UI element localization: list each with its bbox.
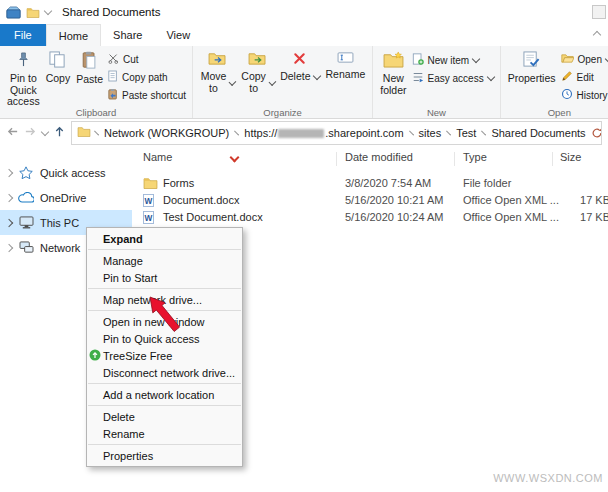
address-breadcrumb-box[interactable]: Network (WORKGROUP) https://.sharepoint.…: [71, 121, 602, 145]
history-icon: [561, 88, 573, 102]
group-label-clipboard: Clipboard: [0, 107, 192, 118]
menu-item-delete[interactable]: Delete: [87, 408, 242, 425]
forward-icon[interactable]: [24, 125, 37, 140]
sidebar-label: OneDrive: [40, 192, 86, 204]
breadcrumb-item-sites[interactable]: sites: [417, 127, 444, 139]
qat-dropdown-icon[interactable]: [44, 7, 52, 15]
word-document-icon: W: [143, 211, 154, 226]
group-label-new: New: [373, 107, 499, 118]
menu-item-properties[interactable]: Properties: [87, 447, 242, 464]
menu-item-manage[interactable]: Manage: [87, 252, 242, 269]
copy-to-button[interactable]: Copy to: [238, 48, 278, 97]
expand-chevron-icon[interactable]: [5, 243, 13, 251]
column-header-size[interactable]: Size: [560, 151, 581, 163]
recent-locations-icon[interactable]: [41, 127, 49, 135]
column-separator[interactable]: [454, 152, 455, 166]
ribbon-group-organize: Move to Copy to Delete Rename Orga: [193, 46, 373, 118]
rename-label: Rename: [326, 69, 366, 81]
rename-icon: [337, 51, 354, 67]
menu-separator: [88, 444, 241, 445]
menu-item-map-network-drive[interactable]: Map network drive...: [87, 291, 242, 308]
menu-item-add-network-location[interactable]: Add a network location: [87, 386, 242, 403]
history-button[interactable]: History: [559, 88, 608, 102]
breadcrumb-item-shared-documents[interactable]: Shared Documents: [489, 127, 587, 139]
expand-chevron-icon[interactable]: [5, 168, 13, 176]
folder-icon: [143, 177, 158, 191]
copy-path-button[interactable]: Copy path: [106, 70, 188, 84]
column-header-type[interactable]: Type: [463, 151, 487, 163]
tab-view[interactable]: View: [154, 24, 202, 46]
tab-home[interactable]: Home: [46, 24, 101, 46]
delete-label: Delete: [280, 71, 310, 83]
paste-button[interactable]: Paste: [73, 48, 106, 89]
onedrive-cloud-icon: [18, 192, 34, 203]
breadcrumb-item-network[interactable]: Network (WORKGROUP): [102, 127, 231, 139]
breadcrumb-item-test[interactable]: Test: [454, 127, 478, 139]
pin-to-quick-access-button[interactable]: Pin to Quick access: [4, 48, 43, 111]
file-name: Forms: [163, 177, 194, 189]
menu-item-open-in-new-window[interactable]: Open in new window: [87, 313, 242, 330]
column-header-name[interactable]: Name: [143, 151, 172, 163]
file-type: File folder: [463, 177, 511, 189]
redacted-text: [278, 129, 324, 138]
paste-shortcut-label: Paste shortcut: [122, 90, 186, 101]
menu-item-pin-to-quick-access[interactable]: Pin to Quick access: [87, 330, 242, 347]
delete-button[interactable]: Delete: [277, 48, 322, 86]
column-separator[interactable]: [552, 152, 553, 166]
easy-access-button[interactable]: Easy access: [410, 71, 496, 85]
column-header-date-modified[interactable]: Date modified: [345, 151, 413, 163]
column-header-row: Name Date modified Type Size: [132, 150, 608, 168]
expand-chevron-icon[interactable]: [5, 218, 13, 226]
menu-item-expand[interactable]: Expand: [87, 230, 242, 247]
quick-access-toolbar-folder-icon[interactable]: [26, 7, 40, 18]
file-date: 3/8/2020 7:54 AM: [345, 177, 431, 189]
column-separator[interactable]: [336, 152, 337, 166]
edit-button[interactable]: Edit: [559, 70, 608, 84]
new-folder-label: New folder: [380, 73, 406, 97]
menu-separator: [88, 288, 241, 289]
file-type: Office Open XML ...: [463, 211, 559, 223]
new-folder-button[interactable]: New folder: [377, 48, 409, 99]
open-button[interactable]: Open: [559, 53, 608, 66]
menu-item-pin-to-start[interactable]: Pin to Start: [87, 269, 242, 286]
new-item-icon: [412, 53, 424, 67]
copy-button[interactable]: Copy: [43, 48, 74, 88]
breadcrumb-item-site[interactable]: https://.sharepoint.com: [242, 127, 405, 139]
expand-chevron-icon[interactable]: [5, 193, 13, 201]
breadcrumb-chevron-icon: [446, 130, 451, 135]
easy-access-icon: [412, 71, 424, 85]
new-folder-icon: [383, 51, 404, 71]
refresh-icon[interactable]: [591, 127, 602, 139]
sidebar-item-quick-access[interactable]: Quick access: [0, 160, 132, 185]
copy-to-icon: [248, 51, 267, 69]
svg-text:W: W: [145, 214, 153, 223]
menu-item-rename[interactable]: Rename: [87, 425, 242, 442]
up-icon[interactable]: [53, 125, 66, 140]
tab-file[interactable]: File: [0, 24, 46, 46]
cut-button[interactable]: Cut: [106, 53, 188, 66]
menu-item-treesize-free[interactable]: TreeSize Free: [87, 347, 242, 364]
tab-share[interactable]: Share: [101, 24, 154, 46]
minimize-ribbon-icon[interactable]: [593, 31, 601, 39]
history-label: History: [577, 90, 608, 101]
move-to-button[interactable]: Move to: [197, 48, 238, 97]
sidebar-item-onedrive[interactable]: OneDrive: [0, 185, 132, 210]
properties-icon: [523, 51, 540, 71]
rename-button[interactable]: Rename: [323, 48, 369, 84]
file-row-test-document[interactable]: W Test Document.docx 5/16/2020 10:24 AM …: [132, 209, 608, 226]
paste-shortcut-button[interactable]: Paste shortcut: [106, 88, 188, 102]
copy-path-icon: [108, 70, 118, 84]
file-row-document[interactable]: W Document.docx 5/16/2020 10:21 AM Offic…: [132, 192, 608, 209]
move-to-icon: [208, 51, 227, 69]
sort-indicator-icon: [230, 153, 240, 163]
file-date: 5/16/2020 10:24 AM: [345, 211, 443, 223]
back-icon[interactable]: [6, 125, 19, 140]
word-document-icon: W: [143, 194, 154, 209]
ribbon-tab-row: File Home Share View: [0, 24, 608, 46]
file-row-forms[interactable]: Forms 3/8/2020 7:54 AM File folder: [132, 175, 608, 192]
menu-item-disconnect-network-drive[interactable]: Disconnect network drive...: [87, 364, 242, 381]
paste-icon: [82, 51, 97, 72]
cut-icon: [108, 53, 119, 66]
new-item-button[interactable]: New item: [410, 53, 496, 67]
properties-button[interactable]: Properties: [505, 48, 559, 88]
